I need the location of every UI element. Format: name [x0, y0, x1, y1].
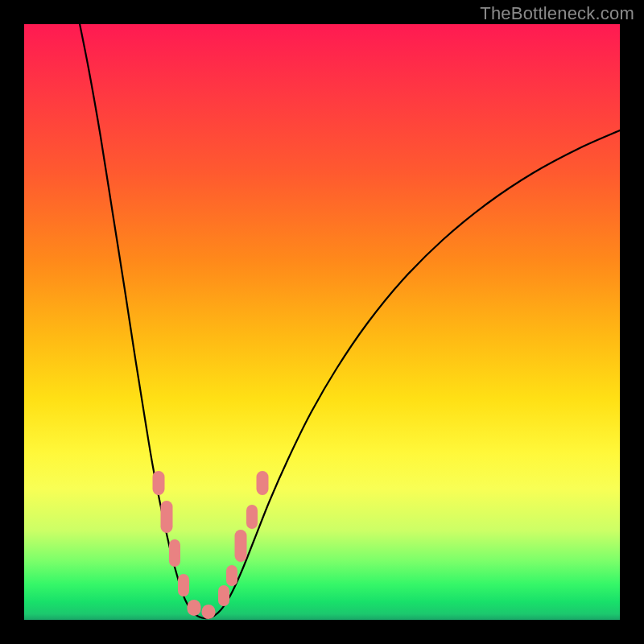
watermark-text: TheBottleneck.com: [480, 3, 634, 24]
left-cluster-3: [169, 539, 180, 567]
right-cluster-1: [218, 585, 229, 606]
left-cluster-4: [178, 574, 189, 597]
left-cluster-2: [161, 501, 173, 533]
bottom-2: [202, 605, 216, 619]
bottleneck-curve: [76, 24, 620, 618]
left-cluster-1: [153, 471, 165, 495]
right-cluster-5: [257, 471, 269, 495]
right-cluster-3: [235, 530, 247, 562]
right-cluster-2: [226, 565, 237, 586]
plot-area: [24, 24, 620, 620]
markers-group: [153, 471, 269, 619]
chart-frame: TheBottleneck.com: [0, 0, 644, 644]
chart-svg: [24, 24, 620, 620]
right-cluster-4: [246, 505, 258, 529]
bottom-1: [188, 600, 201, 616]
